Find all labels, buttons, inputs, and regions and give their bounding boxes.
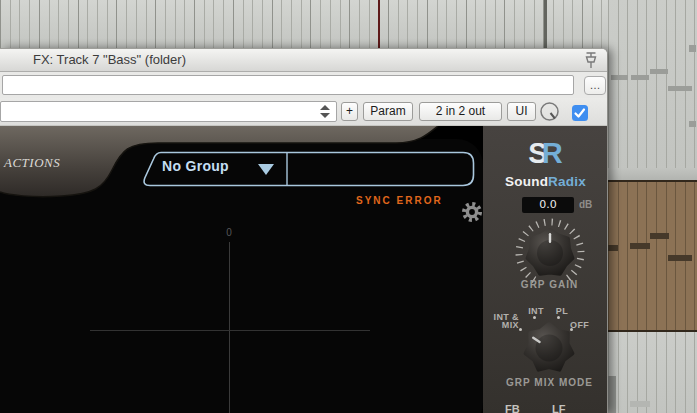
editor-band (608, 168, 697, 180)
preset-combobox[interactable] (0, 101, 337, 122)
fx-name-row: … (0, 72, 607, 98)
logo-radix: Radix (548, 174, 586, 189)
plugin-brand-text: ACTIONS (4, 155, 114, 171)
midi-note[interactable] (630, 243, 650, 249)
editor-column-bar (608, 376, 616, 413)
media-item-clip[interactable] (608, 180, 697, 332)
timeline-ruler[interactable] (0, 0, 697, 48)
lf-label: LF (552, 403, 565, 413)
section-marker-line (544, 0, 547, 48)
io-routing-button[interactable]: 2 in 2 out (419, 102, 502, 121)
window-title: FX: Track 7 "Bass" (folder) (33, 49, 186, 71)
grp-gain-unit: dB (579, 199, 592, 210)
gain-knob-pointer (549, 233, 551, 243)
wet-dry-knob-icon[interactable] (539, 101, 560, 122)
sync-error-status: SYNC ERROR (356, 195, 443, 206)
midi-note[interactable] (630, 401, 650, 407)
logo-sound: Sound (505, 174, 548, 189)
graph-vertical-axis (229, 242, 230, 413)
midi-note[interactable] (668, 86, 692, 91)
soundradix-wordmark: SoundRadix (483, 174, 608, 189)
graph-origin-label: 0 (221, 227, 237, 238)
add-preset-button[interactable]: + (341, 102, 358, 121)
more-options-button[interactable]: … (584, 76, 606, 95)
logo-s: S (528, 137, 541, 169)
midi-note[interactable] (608, 245, 618, 251)
group-dropdown-arrow-icon[interactable] (258, 164, 274, 175)
midi-note[interactable] (689, 45, 696, 52)
pin-window-icon[interactable] (583, 51, 599, 69)
fx-toolbar: + Param 2 in 2 out UI (0, 98, 607, 126)
grp-gain-value[interactable]: 0.0 (522, 197, 574, 213)
playhead-line (378, 0, 380, 48)
plugin-right-panel: SR SoundRadix 0.0 dB G (483, 126, 608, 413)
grp-mix-mode-knob[interactable] (511, 310, 587, 386)
midi-note[interactable] (650, 233, 669, 239)
settings-gear-icon[interactable] (461, 201, 483, 223)
window-titlebar[interactable]: FX: Track 7 "Bass" (folder) (0, 49, 607, 72)
midi-note[interactable] (631, 75, 649, 80)
group-selector-bar[interactable]: No Group (140, 151, 480, 189)
stepper-up-icon (320, 105, 330, 110)
soundradix-logo: SR (483, 138, 608, 168)
plugin-ui: SR SoundRadix 0.0 dB G (0, 126, 608, 413)
stepper-down-icon (320, 113, 330, 118)
midi-note[interactable] (689, 121, 696, 127)
logo-r: R (542, 137, 563, 169)
midi-note[interactable] (650, 69, 668, 74)
midi-note[interactable] (668, 255, 692, 261)
fb-label: FB (505, 403, 520, 413)
midi-editor-grid-top[interactable] (608, 0, 697, 170)
fx-enabled-checkbox[interactable] (572, 105, 588, 121)
fx-chain-window: FX: Track 7 "Bass" (folder) … + Param 2 … (0, 48, 608, 413)
group-selector-value[interactable]: No Group (162, 158, 229, 174)
midi-editor-grid-bottom[interactable] (608, 332, 697, 413)
graph-horizontal-axis (90, 330, 370, 331)
fx-name-input[interactable] (2, 75, 574, 95)
midi-note[interactable] (611, 75, 628, 80)
checkmark-icon (572, 105, 588, 121)
grp-gain-label: GRP GAIN (483, 279, 608, 290)
param-button[interactable]: Param (363, 102, 413, 121)
ui-toggle-button[interactable]: UI (507, 102, 536, 121)
grp-mix-mode-label: GRP MIX MODE (483, 377, 608, 388)
preset-stepper[interactable] (320, 105, 330, 118)
